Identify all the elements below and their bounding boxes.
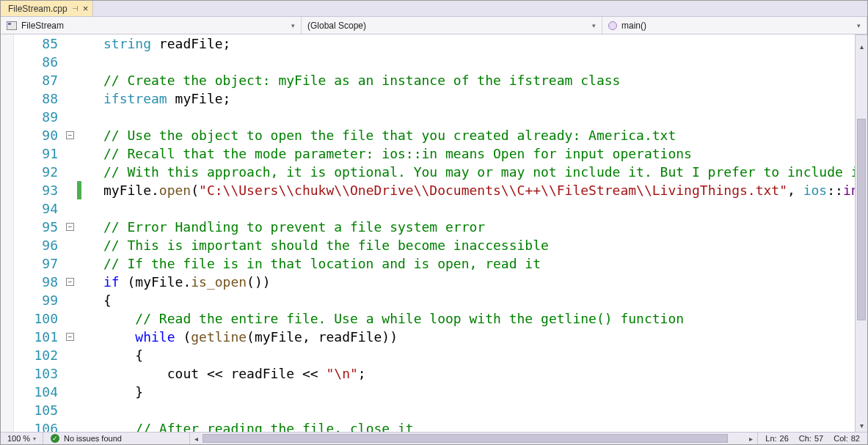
code-line[interactable]: // Recall that the mode parameter: ios::…: [83, 144, 855, 163]
scroll-left-arrow-icon[interactable]: ◂: [190, 433, 203, 445]
token-com: // If the file is in that location and i…: [103, 256, 541, 271]
line-number: 95: [14, 218, 64, 236]
scroll-track[interactable]: [856, 53, 867, 419]
split-handle[interactable]: [856, 34, 867, 40]
zoom-dropdown[interactable]: 100 % ▾: [1, 433, 43, 444]
code-line[interactable]: {: [83, 346, 855, 364]
collapse-toggle-icon[interactable]: −: [66, 278, 74, 286]
token-typ: string: [103, 36, 151, 51]
code-line[interactable]: cout << readFile << "\n";: [83, 364, 855, 383]
scroll-thumb[interactable]: [203, 434, 728, 443]
code-line[interactable]: [83, 108, 855, 126]
token-id: cout << readFile <<: [167, 366, 327, 381]
class-name: FileStream: [21, 21, 64, 31]
token-com: // With this approach, it is optional. Y…: [103, 164, 855, 180]
char-value: 57: [814, 434, 823, 443]
chevron-down-icon: ▾: [291, 22, 295, 29]
line-number: 85: [14, 34, 64, 53]
collapse-toggle-icon[interactable]: −: [66, 223, 74, 231]
scope-name: (Global Scope): [307, 21, 366, 31]
code-line[interactable]: // Read the entire file. Use a while loo…: [83, 309, 855, 328]
line-number: 91: [14, 144, 64, 163]
token-id: {: [135, 347, 143, 363]
token-id: }: [135, 384, 143, 400]
token-id: ,: [787, 183, 803, 198]
bottom-bar: 100 % ▾ ✓ No issues found ◂ ▸ Ln:26 Ch:5…: [1, 432, 867, 444]
code-line[interactable]: [83, 199, 855, 218]
navigation-bar: FileStream ▾ (Global Scope) ▾ main() ▾: [1, 17, 867, 34]
token-com: // Recall that the mode parameter: ios::…: [103, 146, 692, 161]
code-surface[interactable]: string readFile;// Create the object: my…: [83, 34, 855, 432]
token-com: // Error Handling to prevent a file syst…: [103, 219, 485, 235]
token-typ: ios: [803, 183, 828, 198]
tab-filename: FileStream.cpp: [8, 4, 68, 14]
line-label: Ln:: [765, 434, 776, 443]
line-number: 105: [14, 401, 64, 419]
token-fn: open: [159, 183, 191, 198]
token-mem: in: [843, 183, 855, 198]
error-status[interactable]: ✓ No issues found: [43, 433, 190, 444]
vertical-scrollbar[interactable]: ▴ ▾: [855, 34, 867, 432]
check-circle-icon: ✓: [51, 434, 59, 443]
document-tab[interactable]: FileStream.cpp ⊣ ×: [1, 1, 93, 16]
line-number: 103: [14, 364, 64, 383]
code-line[interactable]: // This is important should the file bec…: [83, 236, 855, 254]
class-navigator[interactable]: FileStream ▾: [1, 17, 302, 34]
line-number-gutter: 8586878889909192939495969798991001011021…: [14, 34, 64, 432]
chevron-down-icon: ▾: [592, 22, 596, 29]
code-line[interactable]: if (myFile.is_open()): [83, 273, 855, 291]
token-id: myFile.: [103, 183, 159, 198]
pin-icon[interactable]: ⊣: [72, 4, 79, 12]
line-number: 93: [14, 181, 64, 199]
code-line[interactable]: {: [83, 291, 855, 309]
scroll-right-arrow-icon[interactable]: ▸: [745, 433, 757, 445]
line-number: 90: [14, 126, 64, 144]
token-str: "\n": [326, 366, 357, 381]
line-number: 104: [14, 383, 64, 401]
scroll-thumb[interactable]: [857, 119, 866, 320]
close-icon[interactable]: ×: [83, 4, 89, 13]
code-line[interactable]: string readFile;: [83, 34, 855, 53]
scope-navigator[interactable]: (Global Scope) ▾: [302, 17, 602, 34]
token-id: (myFile, readFile)): [247, 329, 398, 345]
line-number: 101: [14, 328, 64, 346]
token-id: myFile;: [167, 91, 231, 106]
token-com: // After reading the file, close it: [135, 421, 413, 432]
issues-text: No issues found: [64, 434, 122, 443]
scroll-up-arrow-icon[interactable]: ▴: [856, 40, 867, 53]
code-line[interactable]: [83, 53, 855, 71]
line-number: 102: [14, 346, 64, 364]
document-tab-strip: FileStream.cpp ⊣ ×: [1, 1, 867, 17]
line-number: 92: [14, 163, 64, 181]
token-id: ;: [358, 366, 366, 381]
collapse-toggle-icon[interactable]: −: [66, 333, 74, 341]
col-label: Col:: [834, 434, 848, 443]
code-line[interactable]: // After reading the file, close it: [83, 419, 855, 432]
token-kw: if: [103, 274, 120, 290]
code-line[interactable]: // With this approach, it is optional. Y…: [83, 163, 855, 181]
code-line[interactable]: // Use the object to open the file that …: [83, 126, 855, 144]
line-number: 89: [14, 108, 64, 126]
code-line[interactable]: // If the file is in that location and i…: [83, 254, 855, 273]
code-line[interactable]: myFile.open("C:\\Users\\chukw\\OneDrive\…: [83, 181, 855, 199]
code-line[interactable]: }: [83, 383, 855, 401]
token-com: // Create the object: myFile as an insta…: [103, 73, 620, 88]
collapse-toggle-icon[interactable]: −: [66, 131, 74, 139]
col-value: 82: [851, 434, 860, 443]
code-line[interactable]: [83, 401, 855, 419]
code-line[interactable]: while (getline(myFile, readFile)): [83, 328, 855, 346]
token-kw: while: [135, 329, 175, 345]
code-editor[interactable]: 8586878889909192939495969798991001011021…: [1, 34, 867, 432]
token-fn: is_open: [191, 274, 247, 290]
chevron-down-icon: ▾: [33, 435, 36, 442]
token-com: // This is important should the file bec…: [103, 238, 549, 253]
member-navigator[interactable]: main() ▾: [602, 17, 867, 34]
member-name: main(): [621, 21, 646, 31]
horizontal-scrollbar[interactable]: ◂ ▸: [190, 433, 757, 444]
code-line[interactable]: ifstream myFile;: [83, 89, 855, 108]
code-line[interactable]: // Error Handling to prevent a file syst…: [83, 218, 855, 236]
token-id: readFile;: [151, 36, 230, 51]
ide-window: FileStream.cpp ⊣ × FileStream ▾ (Global …: [0, 0, 868, 445]
code-line[interactable]: // Create the object: myFile as an insta…: [83, 71, 855, 89]
scroll-down-arrow-icon[interactable]: ▾: [856, 419, 867, 432]
